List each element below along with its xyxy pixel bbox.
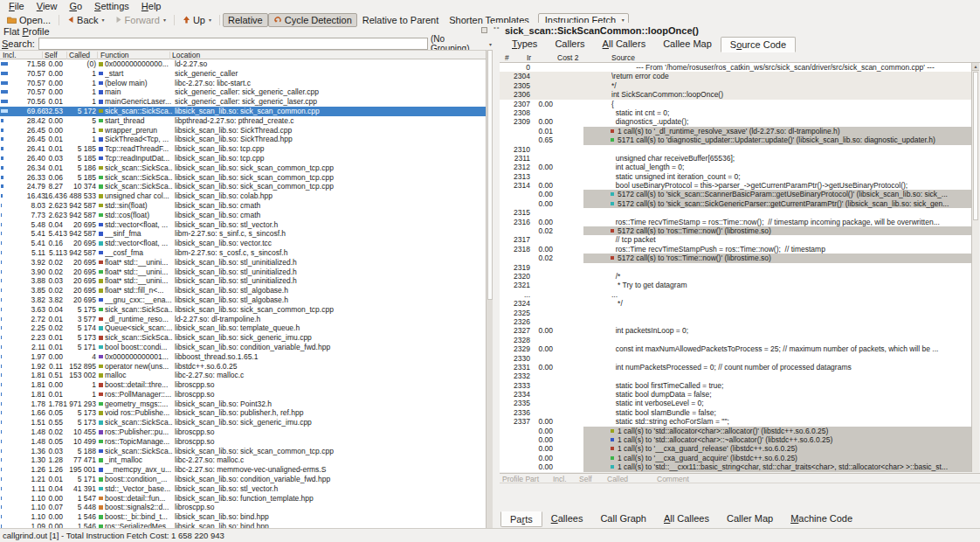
function-row[interactable]: 3.900.0220 695float* std::__unini...libs… (0, 268, 486, 277)
source-scrollbar-thumb[interactable] (973, 72, 978, 220)
scroll-up-icon[interactable]: ▲ (972, 63, 979, 71)
function-row[interactable]: 3.880.0320 695float* std::__unini...libs… (0, 276, 486, 286)
up-button[interactable]: Up ▾ (177, 13, 217, 27)
tab-all-callees[interactable]: All Callees (655, 511, 718, 527)
function-row[interactable]: 26.340.015 186sick_scan::SickSca...libsi… (0, 163, 486, 173)
function-row[interactable]: 1.660.055 173void ros::Publishe...libsic… (0, 408, 486, 418)
function-row[interactable]: 2.720.013 577_dl_runtime_reso...ld-2.27.… (0, 315, 486, 324)
function-row[interactable]: 70.560.011mainGenericLaser...sick_generi… (0, 97, 486, 107)
function-row[interactable]: 5.115.113 942 587__cosf_fmalibm-2.27.so:… (0, 248, 486, 258)
tab-parts[interactable]: Parts (500, 511, 542, 527)
parts-column-called[interactable]: Called (607, 475, 628, 483)
menu-view[interactable]: View (31, 0, 64, 12)
source-row[interactable]: 0.001 call(s) to 'std::allocator<char>::… (500, 427, 971, 435)
tab-call-graph[interactable]: Call Graph (591, 511, 655, 527)
parts-column-incl-[interactable]: Incl. (553, 475, 567, 483)
parts-column-comment[interactable]: Comment (657, 475, 689, 483)
source-row[interactable]: 0.005172 call(s) to 'sick_scan::ScannerB… (500, 190, 971, 198)
column-cost2[interactable]: Cost 2 (557, 53, 579, 62)
column-line[interactable]: # (505, 53, 509, 62)
tab-types[interactable]: Types (503, 37, 546, 52)
function-row[interactable]: 1.480.0210 455ros::Publisher::pu...libro… (0, 427, 486, 437)
function-row[interactable]: 1.781.781 971 293geometry_msgs::...libsi… (0, 400, 486, 409)
function-row[interactable]: 1.970.0040x000000000001...libboost_threa… (0, 352, 486, 362)
grouping-select[interactable]: (No Grouping) ▾ (431, 38, 492, 50)
relative-to-parent-toggle[interactable]: Relative to Parent (357, 13, 444, 27)
function-row[interactable]: 1.100.001 547boost::detail::fun...libsic… (0, 494, 486, 504)
left-scrollbar[interactable] (486, 50, 493, 528)
function-row[interactable]: 1.090.001 546ros::SerializedMes...libsic… (0, 522, 486, 528)
forward-button[interactable]: Forward ▾ (110, 13, 171, 27)
function-row[interactable]: 5.410.1620 695std::vector<float, ...libs… (0, 239, 486, 248)
function-row[interactable]: 8.032.623 942 587std::sin(float)libsick_… (0, 201, 486, 211)
source-row[interactable]: 0.005172 call(s) to 'sick_scan::SickGene… (500, 199, 971, 208)
function-row[interactable]: 26.410.015 185Tcp::readThreadF...libsick… (0, 144, 486, 154)
function-row[interactable]: 1.480.0510 499ros::TopicManage...librosc… (0, 437, 486, 447)
function-row[interactable]: 1.100.075 448boost::signals2::d...libros… (0, 503, 486, 512)
source-row[interactable]: 0.025172 call(s) to 'ros::Time::now()' (… (500, 254, 971, 262)
menu-help[interactable]: Help (135, 0, 168, 12)
column-self[interactable]: Self (45, 51, 58, 59)
column-incl[interactable]: Incl. (3, 51, 17, 59)
function-row[interactable]: 1.110.0441 391std::_Vector_base...libsic… (0, 484, 486, 494)
function-row[interactable]: 7.732.623 942 587std::cos(float)libsick_… (0, 211, 486, 220)
function-row[interactable]: 26.450.011SickThread<Tcp, ...libsick_sca… (0, 135, 486, 144)
column-called[interactable]: Called (69, 51, 90, 59)
function-row[interactable]: 1.920.11152 895operator new(uns...libstd… (0, 362, 486, 372)
panel-detach-icon[interactable] (481, 27, 487, 33)
function-row[interactable]: 5.415.413 942 587__sinf_fmalibm-2.27.so:… (0, 229, 486, 239)
function-row[interactable]: 1.301.2877 471_int_malloclibc-2.27.so: m… (0, 455, 486, 465)
function-row[interactable]: 1.360.035 188sick_scan::SickSca...libsic… (0, 447, 486, 456)
flat-profile-header[interactable]: Incl. Self Called Function Location (0, 50, 486, 59)
source-row[interactable]: 0.011 call(s) to '_dl_runtime_resolve_xs… (500, 127, 971, 136)
tab-source-code[interactable]: Source Code (721, 37, 796, 52)
forward-dropdown-icon[interactable]: ▾ (163, 17, 166, 23)
up-dropdown-icon[interactable]: ▾ (209, 17, 211, 23)
function-row[interactable]: 26.400.035 185Tcp::readInputDat...libsic… (0, 154, 486, 163)
source-scrollbar[interactable]: ▲ (971, 63, 979, 472)
parts-column-self[interactable]: Self (579, 475, 592, 483)
open-button[interactable]: Open... (2, 13, 56, 27)
back-button[interactable]: Back ▾ (62, 13, 109, 27)
source-row[interactable]: 0.001 call(s) to 'std::__cxx11::basic_st… (500, 462, 971, 471)
panel-splitter[interactable]: •• (493, 23, 500, 528)
tab-all-callers[interactable]: All Callers (594, 37, 655, 52)
function-row[interactable]: 3.823.8220 695__gnu_cxx::__ena...libsick… (0, 295, 486, 305)
function-row[interactable]: 1.210.015 171boost::condition_...libsick… (0, 475, 486, 484)
function-row[interactable]: 3.850.0220 695float* std::fill_n<...libs… (0, 286, 486, 295)
menu-go[interactable]: Go (63, 0, 88, 12)
tab-machine-code[interactable]: Machine Code (782, 511, 861, 527)
cycle-detection-toggle[interactable]: Cycle Detection (268, 13, 357, 27)
search-input[interactable] (38, 38, 428, 50)
function-row[interactable]: 1.510.555 173sick_scan::SickSca...libsic… (0, 418, 486, 427)
function-row[interactable]: 2.110.015 171bool boost::condi...libsick… (0, 343, 486, 352)
function-row[interactable]: 26.330.065 185sick_scan::SickSca...libsi… (0, 173, 486, 183)
function-row[interactable]: 3.920.0220 695float* std::__unini...libs… (0, 258, 486, 268)
function-row[interactable]: 70.570.001_startsick_generic_caller (0, 69, 486, 79)
function-row[interactable]: 2.230.015 173sick_scan::SickSca...libsic… (0, 333, 486, 343)
menu-file[interactable]: File (3, 0, 31, 12)
function-row[interactable]: 71.580.00(0)0x000000000000...ld-2.27.so (0, 59, 486, 69)
parts-column-profile-part[interactable]: Profile Part (502, 475, 539, 483)
relative-toggle[interactable]: Relative (223, 13, 268, 27)
function-row[interactable]: 5.480.0420 695std::vector<float, ...libs… (0, 220, 486, 230)
source-row[interactable]: 0.001 call(s) to '__cxa_guard_acquire' (… (500, 454, 971, 462)
source-row[interactable]: 0.001 call(s) to '__cxa_guard_release' (… (500, 444, 971, 453)
function-row[interactable]: 1.261.26195 001__memcpy_avx_u...libc-2.2… (0, 465, 486, 475)
source-header[interactable]: # Ir Cost 2 Source (500, 52, 980, 63)
function-row[interactable]: 3.630.045 175sick_scan::SickSca...libsic… (0, 305, 486, 315)
back-dropdown-icon[interactable]: ▾ (102, 17, 105, 23)
function-row[interactable]: 1.810.011ros::PollManager::...libroscpp.… (0, 390, 486, 400)
column-source[interactable]: Source (611, 53, 635, 62)
source-row[interactable]: 0.025172 call(s) to 'ros::Time::now()' (… (500, 226, 971, 235)
menu-settings[interactable]: Settings (88, 0, 135, 12)
function-row[interactable]: 16.4316.436 488 533unsigned char col...l… (0, 191, 486, 201)
function-row[interactable]: 28.420.005start_threadlibpthread-2.27.so… (0, 116, 486, 126)
function-row[interactable]: 1.810.001boost::detail::thre...libroscpp… (0, 380, 486, 390)
function-row[interactable]: 26.450.001wrapper_prerunlibsick_scan_lib… (0, 126, 486, 136)
function-row[interactable]: 70.570.001mainsick_generic_caller: sick_… (0, 87, 486, 97)
tab-callees[interactable]: Callees (542, 511, 592, 527)
function-row[interactable]: 1.810.51153 002malloclibc-2.27.so: mallo… (0, 371, 486, 380)
source-row[interactable]: 0.655171 call(s) to 'diagnostic_updater:… (500, 136, 971, 144)
function-row[interactable]: 1.100.001 546boost::_bi::bind_t...libsic… (0, 512, 486, 522)
